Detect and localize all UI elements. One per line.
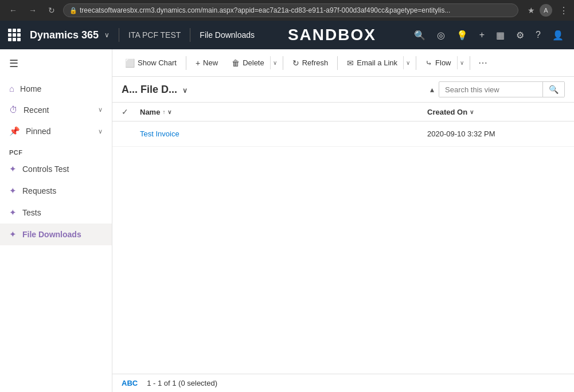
name-sort-icon: ↑ <box>162 109 165 115</box>
show-chart-label: Show Chart <box>138 58 177 67</box>
recent-icon: ⏱ <box>9 105 18 115</box>
column-name-label: Name <box>140 108 160 116</box>
refresh-button[interactable]: ↻ Refresh <box>287 55 334 71</box>
breadcrumb-1[interactable]: ITA PCF TEST <box>128 30 181 40</box>
address-text: treecatsoftwaresbx.crm3.dynamics.com/mai… <box>80 6 450 14</box>
browser-menu-icon[interactable]: ⋮ <box>559 5 568 16</box>
email-link-icon: ✉ <box>347 58 354 68</box>
sidebar-label-requests: Requests <box>22 186 103 195</box>
controls-test-icon: ✦ <box>9 164 17 174</box>
footer-abc[interactable]: ABC <box>122 379 138 387</box>
sidebar-label-recent: Recent <box>24 105 92 115</box>
view-header: A... File D... ∨ ▴ 🔍 <box>112 77 574 103</box>
sidebar-item-requests[interactable]: ✦ Requests <box>0 180 112 202</box>
back-button[interactable]: ← <box>6 3 21 17</box>
flow-icon: ⤷ <box>425 58 432 68</box>
refresh-icon: ↻ <box>292 58 299 68</box>
delete-dropdown-icon[interactable]: ∨ <box>270 56 279 69</box>
header-checkbox-icon: ✓ <box>122 107 128 116</box>
tests-icon: ✦ <box>9 207 17 218</box>
sidebar-item-controls-test[interactable]: ✦ Controls Test <box>0 158 112 180</box>
new-icon: + <box>196 58 200 68</box>
search-input[interactable] <box>439 83 542 97</box>
profile-nav-icon-btn[interactable]: 👤 <box>548 26 568 44</box>
column-created-label: Created On <box>427 108 467 116</box>
toolbar: ⬜ Show Chart + New 🗑 Delete ∨ ↻ Refresh … <box>112 49 574 77</box>
top-nav-icons: 🔍 ◎ 💡 + ▦ ⚙ ? 👤 <box>409 26 568 44</box>
sidebar-item-recent[interactable]: ⏱ Recent ∨ <box>0 99 112 120</box>
toolbar-divider-1 <box>186 56 186 70</box>
flow-dropdown-icon[interactable]: ∨ <box>457 56 466 69</box>
profile-icon[interactable]: A <box>540 4 552 17</box>
search-button[interactable]: 🔍 <box>542 82 564 97</box>
show-chart-icon: ⬜ <box>125 58 135 68</box>
toolbar-divider-4 <box>416 56 416 70</box>
settings-icon-btn[interactable]: ⚙ <box>511 26 529 44</box>
filter-icon-btn[interactable]: ▦ <box>491 26 509 44</box>
view-title: A... File D... ∨ <box>122 84 425 96</box>
toolbar-divider-5 <box>470 56 470 70</box>
target-icon-btn[interactable]: ◎ <box>432 26 450 44</box>
help-icon-btn[interactable]: ? <box>531 26 545 44</box>
flow-label: Flow <box>435 58 451 67</box>
waffle-menu[interactable] <box>6 26 23 44</box>
refresh-label: Refresh <box>302 58 329 67</box>
table-row[interactable]: Test Invoice 2020-09-10 3:32 PM <box>112 121 574 147</box>
app-chevron-icon[interactable]: ∨ <box>104 31 110 39</box>
recent-chevron-icon: ∨ <box>98 106 103 113</box>
sidebar-section-pcf: PCF <box>0 142 112 158</box>
created-chevron-icon[interactable]: ∨ <box>470 109 474 115</box>
column-created-on[interactable]: Created On ∨ <box>427 108 565 116</box>
sidebar-label-file-downloads: File Downloads <box>22 230 103 239</box>
content-area: ⬜ Show Chart + New 🗑 Delete ∨ ↻ Refresh … <box>112 49 574 392</box>
flow-button[interactable]: ⤷ Flow <box>420 55 456 71</box>
bulb-icon-btn[interactable]: 💡 <box>452 26 473 44</box>
sidebar-item-file-downloads[interactable]: ✦ File Downloads <box>0 224 112 245</box>
view-title-chevron-icon[interactable]: ∨ <box>182 87 188 95</box>
show-chart-button[interactable]: ⬜ Show Chart <box>119 55 182 71</box>
requests-icon: ✦ <box>9 186 17 196</box>
row-name[interactable]: Test Invoice <box>140 130 427 138</box>
forward-button[interactable]: → <box>25 3 40 17</box>
new-label: New <box>203 58 218 67</box>
sidebar-label-pinned: Pinned <box>26 127 92 136</box>
sidebar-item-home[interactable]: ⌂ Home <box>0 78 112 99</box>
email-link-dropdown-icon[interactable]: ∨ <box>403 56 412 69</box>
main-layout: ☰ ⌂ Home ⏱ Recent ∨ 📌 Pinned ∨ PCF ✦ Con… <box>0 49 574 392</box>
more-actions-icon[interactable]: ⋯ <box>474 55 492 70</box>
bookmark-icon[interactable]: ★ <box>528 6 535 15</box>
new-button[interactable]: + New <box>190 55 224 71</box>
reload-button[interactable]: ↻ <box>45 3 58 17</box>
sidebar-hamburger[interactable]: ☰ <box>0 49 112 78</box>
home-icon: ⌂ <box>9 84 14 93</box>
breadcrumb-2[interactable]: File Downloads <box>200 30 255 40</box>
address-bar[interactable]: 🔒 treecatsoftwaresbx.crm3.dynamics.com/m… <box>63 3 518 17</box>
pinned-icon: 📌 <box>9 126 20 136</box>
name-chevron-icon[interactable]: ∨ <box>167 109 171 115</box>
filter-icon[interactable]: ▴ <box>430 85 434 94</box>
sandbox-label: SANDBOX <box>259 26 405 44</box>
nav-divider-2 <box>190 28 190 42</box>
delete-button[interactable]: 🗑 Delete <box>226 55 270 71</box>
search-icon-btn[interactable]: 🔍 <box>409 26 430 44</box>
sidebar-label-home: Home <box>20 84 103 93</box>
sidebar-item-tests[interactable]: ✦ Tests <box>0 202 112 224</box>
row-created-on: 2020-09-10 3:32 PM <box>427 130 565 138</box>
app-name[interactable]: Dynamics 365 <box>30 29 99 41</box>
sidebar-label-controls-test: Controls Test <box>22 164 103 174</box>
column-name[interactable]: Name ↑ ∨ <box>140 108 427 116</box>
email-link-label: Email a Link <box>357 58 397 67</box>
delete-icon: 🗑 <box>232 58 240 68</box>
sidebar-item-pinned[interactable]: 📌 Pinned ∨ <box>0 120 112 142</box>
top-navigation: Dynamics 365 ∨ ITA PCF TEST File Downloa… <box>0 21 574 49</box>
footer: ABC 1 - 1 of 1 (0 selected) <box>112 374 574 392</box>
lock-icon: 🔒 <box>69 7 77 14</box>
email-link-button[interactable]: ✉ Email a Link <box>341 55 403 71</box>
data-table: ✓ Name ↑ ∨ Created On ∨ Test Invoice 202… <box>112 103 574 374</box>
toolbar-divider-3 <box>337 56 338 70</box>
file-downloads-icon: ✦ <box>9 229 17 240</box>
toolbar-divider-2 <box>283 56 283 70</box>
add-icon-btn[interactable]: + <box>475 26 489 44</box>
header-check[interactable]: ✓ <box>122 107 140 116</box>
nav-divider <box>119 28 119 42</box>
